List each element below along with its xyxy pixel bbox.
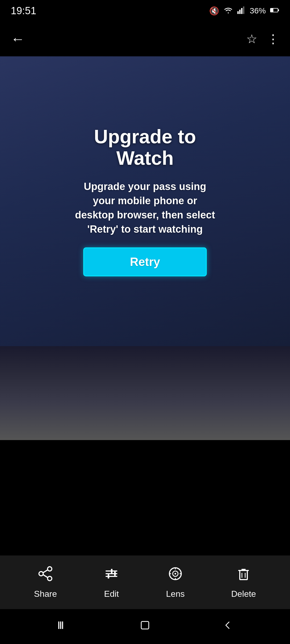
svg-rect-1 — [239, 10, 241, 14]
svg-rect-3 — [243, 6, 244, 14]
upgrade-title: Upgrade to Watch — [73, 126, 218, 169]
photo-area: Upgrade to Watch Upgrade your pass using… — [0, 56, 290, 440]
signal-icon — [237, 6, 245, 16]
status-time: 19:51 — [11, 5, 36, 17]
delete-icon — [235, 566, 252, 585]
nav-right-icons: ☆ ⋮ — [246, 32, 279, 46]
svg-rect-15 — [111, 569, 113, 573]
svg-rect-16 — [114, 572, 116, 576]
svg-rect-0 — [237, 11, 239, 14]
wifi-icon — [223, 6, 233, 16]
svg-rect-25 — [240, 570, 247, 580]
edit-label: Edit — [104, 589, 119, 599]
battery-percentage: 36% — [250, 6, 266, 15]
svg-rect-6 — [271, 9, 273, 12]
edit-toolbar-item[interactable]: Edit — [103, 566, 119, 599]
tv-screen: Upgrade to Watch Upgrade your pass using… — [0, 56, 290, 346]
bottom-toolbar: Share Edit Le — [0, 555, 290, 609]
mute-icon: 🔇 — [209, 6, 219, 16]
svg-rect-32 — [62, 621, 63, 629]
back-button[interactable]: ← — [11, 31, 25, 47]
lens-label: Lens — [166, 589, 184, 599]
svg-point-7 — [48, 567, 52, 571]
svg-point-8 — [48, 576, 52, 581]
svg-line-10 — [43, 570, 48, 573]
svg-point-20 — [175, 573, 176, 575]
lens-toolbar-item[interactable]: Lens — [166, 566, 184, 599]
lens-icon — [167, 566, 183, 585]
tv-bezel — [0, 346, 290, 440]
share-icon — [37, 566, 53, 585]
home-nav-button[interactable] — [139, 619, 151, 634]
delete-label: Delete — [231, 589, 256, 599]
svg-rect-2 — [241, 8, 242, 14]
share-toolbar-item[interactable]: Share — [34, 566, 57, 599]
svg-line-11 — [43, 575, 48, 577]
battery-icon — [270, 8, 279, 14]
svg-rect-30 — [58, 621, 59, 629]
recents-nav-button[interactable] — [57, 619, 68, 634]
svg-rect-31 — [60, 621, 61, 629]
system-nav-bar — [0, 609, 290, 644]
share-label: Share — [34, 589, 57, 599]
top-nav-bar: ← ☆ ⋮ — [0, 21, 290, 56]
svg-rect-17 — [108, 574, 109, 579]
svg-rect-33 — [141, 621, 149, 629]
upgrade-subtitle: Upgrade your pass using your mobile phon… — [73, 180, 218, 237]
status-icons: 🔇 36% — [209, 6, 279, 16]
edit-icon — [103, 566, 119, 585]
upgrade-card: Upgrade to Watch Upgrade your pass using… — [51, 110, 239, 292]
star-button[interactable]: ☆ — [246, 32, 257, 46]
retry-button[interactable]: Retry — [83, 247, 207, 276]
more-options-button[interactable]: ⋮ — [267, 32, 279, 46]
svg-rect-5 — [278, 9, 279, 11]
back-nav-button[interactable] — [222, 619, 233, 634]
svg-point-9 — [39, 572, 43, 576]
delete-toolbar-item[interactable]: Delete — [231, 566, 256, 599]
status-bar: 19:51 🔇 36% — [0, 0, 290, 21]
